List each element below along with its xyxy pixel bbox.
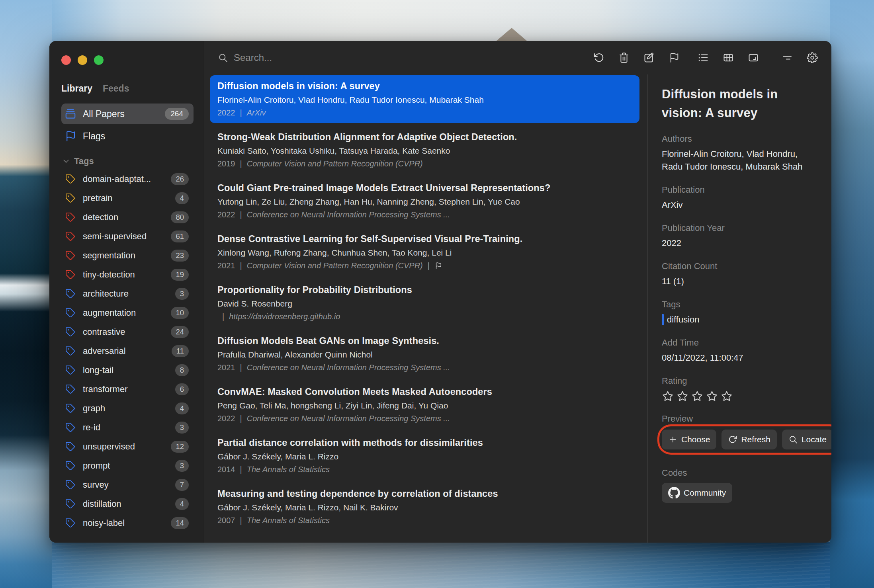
flag-icon — [65, 130, 76, 142]
wallpaper-left-mountain — [0, 0, 52, 588]
paper-authors: Florinel-Alin Croitoru, Vlad Hondru, Rad… — [217, 94, 632, 105]
tag-icon — [65, 327, 76, 337]
preview-pane-icon[interactable] — [748, 52, 759, 63]
tag-label: segmentation — [83, 250, 171, 261]
tag-icon — [65, 441, 76, 452]
paper-item[interactable]: Dense Contrastive Learning for Self-Supe… — [210, 228, 639, 276]
paper-year: 2021 — [217, 260, 235, 271]
search-input[interactable] — [234, 52, 441, 63]
search-icon — [218, 53, 228, 63]
paper-item[interactable]: Partial distance correlation with method… — [210, 432, 639, 480]
tag-icon — [65, 308, 76, 318]
sidebar-tag-item[interactable]: contrastive 24 — [61, 322, 194, 342]
zoom-button[interactable] — [94, 55, 104, 65]
wallpaper-sky — [52, 0, 830, 44]
sidebar-tag-item[interactable]: distillation 4 — [61, 494, 194, 514]
paper-item[interactable]: Diffusion models in vision: A survey Flo… — [210, 75, 639, 123]
minimize-button[interactable] — [78, 55, 87, 65]
list-view-icon[interactable] — [698, 52, 709, 63]
sidebar-tag-item[interactable]: long-tail 8 — [61, 361, 194, 380]
choose-button[interactable]: Choose — [662, 430, 716, 449]
tag-icon — [65, 518, 76, 528]
paper-venue: The Annals of Statistics — [247, 515, 330, 525]
tag-count: 3 — [175, 460, 189, 472]
all-papers-label: All Papers — [83, 109, 165, 119]
flag-icon[interactable] — [669, 52, 680, 63]
sidebar-tag-item[interactable]: noisy-label 14 — [61, 514, 194, 533]
sidebar-item-flags[interactable]: Flags — [61, 126, 194, 147]
sidebar-tag-item[interactable]: adversarial 11 — [61, 342, 194, 361]
community-button[interactable]: Community — [662, 483, 732, 503]
star-icon[interactable] — [721, 390, 733, 402]
paper-title: Proportionality for Probability Distribu… — [217, 284, 632, 296]
tag-count: 10 — [171, 307, 189, 319]
tag-label: pretrain — [83, 193, 175, 203]
star-icon[interactable] — [706, 390, 718, 402]
tag-icon — [65, 174, 76, 184]
tab-library[interactable]: Library — [61, 83, 92, 94]
publication-label: Publication — [662, 185, 817, 195]
star-icon[interactable] — [691, 390, 703, 402]
tab-feeds[interactable]: Feeds — [103, 83, 129, 94]
sidebar-tag-item[interactable]: segmentation 23 — [61, 246, 194, 265]
paper-item[interactable]: Could Giant Pre-trained Image Models Ext… — [210, 177, 639, 225]
sidebar-tag-item[interactable]: unsupervised 12 — [61, 437, 194, 456]
meta-separator: | — [240, 260, 242, 271]
sidebar-tag-item[interactable]: detection 80 — [61, 208, 194, 227]
tags-section-header[interactable]: Tags — [61, 156, 194, 166]
refresh-button[interactable]: Refresh — [721, 430, 777, 449]
paper-flag-indicator: | — [423, 260, 442, 271]
locate-button[interactable]: Locate — [782, 430, 831, 449]
star-icon[interactable] — [677, 390, 688, 402]
tag-icon — [65, 212, 76, 223]
meta-separator: | — [222, 311, 224, 322]
sidebar-tag-item[interactable]: semi-supervised 61 — [61, 227, 194, 246]
paper-item[interactable]: Proportionality for Probability Distribu… — [210, 279, 639, 327]
tags-header-label: Tags — [74, 156, 94, 166]
paper-title: ConvMAE: Masked Convolution Meets Masked… — [217, 386, 632, 398]
paper-item[interactable]: Strong-Weak Distribution Alignment for A… — [210, 126, 639, 174]
paper-authors: Kuniaki Saito, Yoshitaka Ushiku, Tatsuya… — [217, 145, 632, 156]
edit-icon[interactable] — [643, 52, 655, 63]
locate-button-label: Locate — [802, 435, 827, 444]
sidebar-tag-item[interactable]: survey 7 — [61, 475, 194, 494]
tag-count: 6 — [175, 383, 189, 395]
tag-icon — [65, 403, 76, 414]
paper-meta: 2014 | The Annals of Statistics | — [217, 464, 632, 475]
tag-label: architecture — [83, 289, 175, 299]
all-papers-count: 264 — [165, 108, 189, 120]
sidebar-tag-item[interactable]: prompt 3 — [61, 456, 194, 475]
paper-venue: Conference on Neural Information Process… — [247, 209, 450, 220]
sidebar-tag-item[interactable]: domain-adaptat... 26 — [61, 170, 194, 189]
trash-icon[interactable] — [618, 52, 630, 63]
sidebar-tag-item[interactable]: architecture 3 — [61, 284, 194, 303]
close-button[interactable] — [61, 55, 71, 65]
tag-label: semi-supervised — [83, 231, 171, 242]
paper-meta: 2007 | The Annals of Statistics | — [217, 515, 632, 525]
search-bar[interactable] — [218, 52, 593, 63]
filter-icon[interactable] — [782, 52, 793, 63]
refresh-icon[interactable] — [593, 52, 604, 63]
paper-title: Diffusion models in vision: A survey — [217, 80, 632, 92]
sidebar-tag-item[interactable]: re-id 3 — [61, 418, 194, 437]
sidebar-tag-item[interactable]: augmentation 10 — [61, 303, 194, 322]
sidebar-item-all-papers[interactable]: All Papers 264 — [61, 104, 194, 124]
tag-label: domain-adaptat... — [83, 174, 171, 184]
star-icon[interactable] — [662, 390, 674, 402]
sidebar-tag-item[interactable]: pretrain 4 — [61, 189, 194, 208]
table-view-icon[interactable] — [723, 52, 734, 63]
sidebar-tag-item[interactable]: tiny-detection 19 — [61, 265, 194, 284]
detail-tag-text: diffusion — [667, 313, 700, 326]
paper-item[interactable]: Measuring and testing dependence by corr… — [210, 483, 639, 531]
tag-icon — [65, 499, 76, 509]
paper-item[interactable]: Diffusion Models Beat GANs on Image Synt… — [210, 330, 639, 378]
sidebar-tag-item[interactable]: graph 4 — [61, 399, 194, 418]
rating-stars[interactable] — [662, 390, 817, 402]
paper-item[interactable]: ConvMAE: Masked Convolution Meets Masked… — [210, 381, 639, 429]
tag-label: long-tail — [83, 365, 175, 375]
settings-icon[interactable] — [807, 52, 818, 63]
sidebar-tag-item[interactable]: transformer 6 — [61, 380, 194, 399]
paper-venue: The Annals of Statistics — [247, 464, 330, 475]
tag-list: domain-adaptat... 26 pretrain 4 — [61, 170, 194, 533]
paper-venue: Computer Vision and Pattern Recognition … — [247, 260, 423, 271]
